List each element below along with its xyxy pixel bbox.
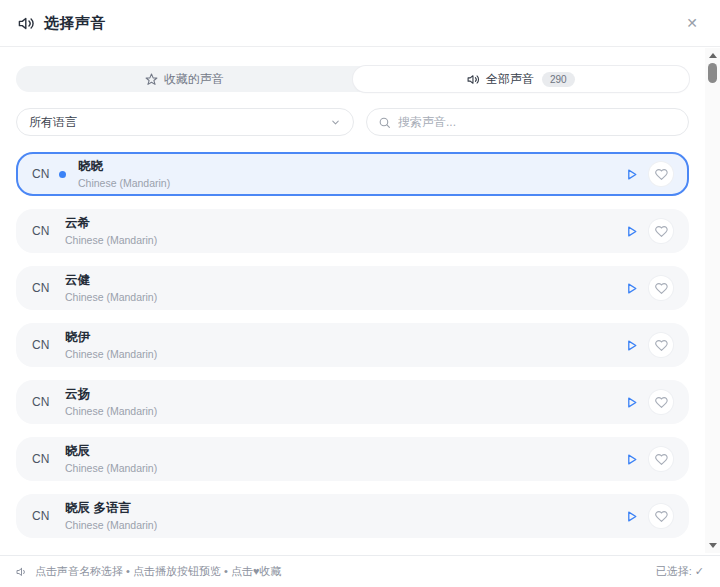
voice-row[interactable]: CN 云健 Chinese (Mandarin) bbox=[16, 266, 689, 310]
heart-icon bbox=[655, 168, 668, 181]
voice-list: CN 晓晓 Chinese (Mandarin) CN 云希 bbox=[16, 152, 689, 538]
voice-language: Chinese (Mandarin) bbox=[65, 519, 157, 531]
voice-info: 云扬 Chinese (Mandarin) bbox=[65, 387, 157, 417]
favorite-button[interactable] bbox=[649, 162, 673, 186]
selected-status: 已选择: ✓ bbox=[656, 564, 704, 579]
speaker-icon bbox=[467, 73, 480, 86]
row-actions bbox=[625, 162, 673, 186]
tab-favorite-voices[interactable]: 收藏的声音 bbox=[16, 66, 353, 92]
row-actions bbox=[625, 333, 673, 357]
dialog-content: 收藏的声音 全部声音 290 所有语言 bbox=[0, 48, 705, 554]
scroll-up-icon[interactable] bbox=[709, 53, 717, 58]
language-select-value: 所有语言 bbox=[29, 114, 77, 131]
row-actions bbox=[625, 447, 673, 471]
voice-row[interactable]: CN 晓晓 Chinese (Mandarin) bbox=[16, 152, 689, 196]
heart-icon bbox=[655, 282, 668, 295]
play-button[interactable] bbox=[625, 282, 638, 295]
favorite-button[interactable] bbox=[649, 447, 673, 471]
voice-code: CN bbox=[32, 395, 53, 409]
voice-language: Chinese (Mandarin) bbox=[65, 234, 157, 246]
voice-row[interactable]: CN 云希 Chinese (Mandarin) bbox=[16, 209, 689, 253]
voice-code: CN bbox=[32, 281, 53, 295]
voice-name: 云希 bbox=[65, 216, 157, 232]
voice-row[interactable]: CN 云扬 Chinese (Mandarin) bbox=[16, 380, 689, 424]
voice-name: 晓伊 bbox=[65, 330, 157, 346]
star-icon bbox=[145, 73, 158, 86]
favorite-button[interactable] bbox=[649, 333, 673, 357]
voice-name: 晓晓 bbox=[78, 159, 170, 175]
play-button[interactable] bbox=[625, 396, 638, 409]
search-icon bbox=[378, 116, 391, 129]
voice-tabs: 收藏的声音 全部声音 290 bbox=[16, 66, 689, 92]
close-icon[interactable]: ✕ bbox=[682, 12, 702, 34]
tab-all-voices[interactable]: 全部声音 290 bbox=[353, 66, 690, 92]
play-button[interactable] bbox=[625, 168, 638, 181]
favorite-button[interactable] bbox=[649, 276, 673, 300]
dialog-header: 选择声音 ✕ bbox=[0, 0, 720, 47]
selected-dot bbox=[59, 171, 66, 178]
voice-language: Chinese (Mandarin) bbox=[65, 291, 157, 303]
scrollbar-thumb[interactable] bbox=[708, 63, 717, 83]
voice-code: CN bbox=[32, 509, 53, 523]
voice-code: CN bbox=[32, 167, 53, 181]
filter-row: 所有语言 bbox=[16, 108, 689, 136]
heart-icon bbox=[655, 453, 668, 466]
speaker-icon bbox=[16, 566, 28, 578]
voice-info: 晓辰 Chinese (Mandarin) bbox=[65, 444, 157, 474]
favorite-button[interactable] bbox=[649, 390, 673, 414]
tab-label: 收藏的声音 bbox=[164, 71, 224, 88]
voice-info: 云希 Chinese (Mandarin) bbox=[65, 216, 157, 246]
footer-hint: 点击声音名称选择 • 点击播放按钮预览 • 点击♥收藏 bbox=[16, 564, 281, 579]
voice-info: 晓辰 多语言 Chinese (Mandarin) bbox=[65, 501, 157, 531]
voice-row[interactable]: CN 晓辰 Chinese (Mandarin) bbox=[16, 437, 689, 481]
voice-search-input[interactable] bbox=[398, 115, 677, 129]
row-actions bbox=[625, 276, 673, 300]
row-actions bbox=[625, 504, 673, 528]
voice-language: Chinese (Mandarin) bbox=[65, 462, 157, 474]
voice-name: 云扬 bbox=[65, 387, 157, 403]
heart-icon bbox=[655, 396, 668, 409]
voice-language: Chinese (Mandarin) bbox=[65, 405, 157, 417]
voice-name: 晓辰 bbox=[65, 444, 157, 460]
voice-name: 云健 bbox=[65, 273, 157, 289]
play-button[interactable] bbox=[625, 339, 638, 352]
chevron-down-icon bbox=[330, 117, 341, 128]
row-actions bbox=[625, 390, 673, 414]
speaker-icon bbox=[18, 15, 35, 32]
voice-info: 晓伊 Chinese (Mandarin) bbox=[65, 330, 157, 360]
row-actions bbox=[625, 219, 673, 243]
voice-count-badge: 290 bbox=[542, 72, 575, 87]
dialog-title: 选择声音 bbox=[44, 14, 106, 33]
voice-info: 晓晓 Chinese (Mandarin) bbox=[78, 159, 170, 189]
voice-code: CN bbox=[32, 338, 53, 352]
voice-code: CN bbox=[32, 452, 53, 466]
play-button[interactable] bbox=[625, 510, 638, 523]
favorite-button[interactable] bbox=[649, 219, 673, 243]
voice-search-box bbox=[366, 108, 689, 136]
play-button[interactable] bbox=[625, 225, 638, 238]
scroll-down-icon[interactable] bbox=[709, 543, 717, 548]
vertical-scrollbar[interactable] bbox=[705, 48, 720, 553]
voice-info: 云健 Chinese (Mandarin) bbox=[65, 273, 157, 303]
voice-name: 晓辰 多语言 bbox=[65, 501, 157, 517]
heart-icon bbox=[655, 225, 668, 238]
voice-language: Chinese (Mandarin) bbox=[65, 348, 157, 360]
voice-row[interactable]: CN 晓伊 Chinese (Mandarin) bbox=[16, 323, 689, 367]
language-select[interactable]: 所有语言 bbox=[16, 108, 354, 136]
voice-picker-dialog: 选择声音 ✕ 收藏的声音 bbox=[0, 0, 720, 587]
heart-icon bbox=[655, 510, 668, 523]
footer-hint-text: 点击声音名称选择 • 点击播放按钮预览 • 点击♥收藏 bbox=[35, 564, 281, 579]
dialog-footer: 点击声音名称选择 • 点击播放按钮预览 • 点击♥收藏 已选择: ✓ bbox=[0, 555, 720, 587]
voice-code: CN bbox=[32, 224, 53, 238]
favorite-button[interactable] bbox=[649, 504, 673, 528]
voice-row[interactable]: CN 晓辰 多语言 Chinese (Mandarin) bbox=[16, 494, 689, 538]
play-button[interactable] bbox=[625, 453, 638, 466]
tab-label: 全部声音 bbox=[486, 71, 534, 88]
heart-icon bbox=[655, 339, 668, 352]
voice-language: Chinese (Mandarin) bbox=[78, 177, 170, 189]
